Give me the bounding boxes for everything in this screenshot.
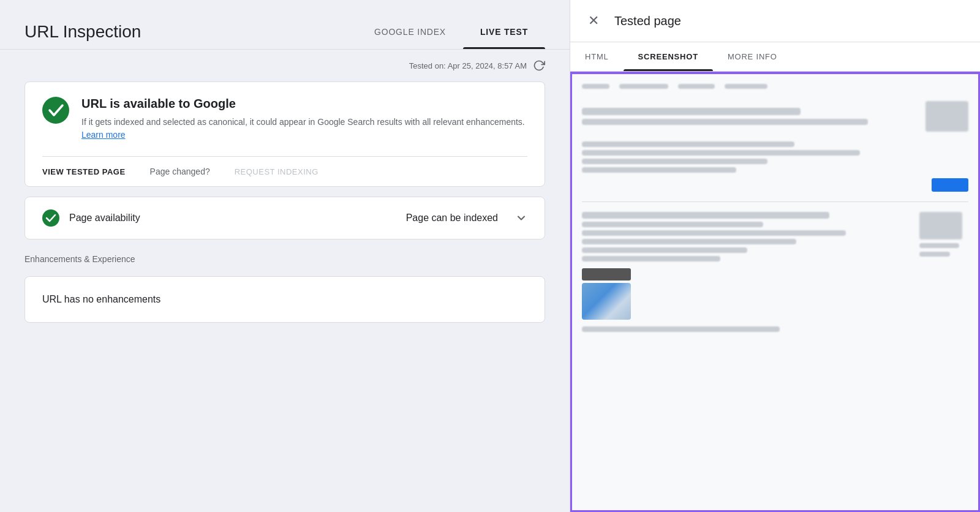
screenshot-row-3 (582, 212, 968, 332)
status-text-block: URL is available to Google If it gets in… (81, 97, 527, 141)
enhancements-section-label: Enhancements & Experience (24, 249, 545, 266)
view-tested-page-button[interactable]: VIEW TESTED PAGE (42, 167, 126, 176)
blur-content (582, 247, 747, 253)
screenshot-row-1 (582, 101, 968, 132)
main-tabs: GOOGLE INDEX LIVE TEST (357, 15, 545, 49)
tab-screenshot[interactable]: SCREENSHOT (624, 42, 713, 71)
left-panel: URL Inspection GOOGLE INDEX LIVE TEST Te… (0, 0, 570, 512)
blur-content (582, 150, 860, 156)
blur-content (582, 256, 720, 262)
availability-label: Page availability (69, 213, 396, 224)
chevron-down-icon[interactable] (515, 212, 527, 224)
blur-thumbnail (925, 101, 968, 132)
blur-side-thumb (919, 212, 962, 239)
screenshot-content (572, 74, 978, 510)
request-indexing-button[interactable]: REQUEST INDEXING (235, 167, 318, 176)
tab-more-info[interactable]: MORE INFO (713, 42, 792, 71)
screenshot-frame (570, 72, 980, 512)
right-panel: ✕ Tested page HTML SCREENSHOT MORE INFO (570, 0, 980, 512)
right-title: Tested page (614, 14, 681, 28)
left-header: URL Inspection GOOGLE INDEX LIVE TEST (0, 0, 570, 49)
blur-nav-item (678, 84, 715, 89)
blur-nav-item (725, 84, 767, 89)
tab-live-test[interactable]: LIVE TEST (463, 15, 545, 49)
blur-content (582, 230, 846, 236)
tab-html[interactable]: HTML (570, 42, 624, 71)
learn-more-link[interactable]: Learn more (81, 130, 126, 140)
right-tabs: HTML SCREENSHOT MORE INFO (570, 42, 980, 72)
blur-content (582, 326, 780, 332)
availability-status: Page can be indexed (406, 213, 498, 224)
blur-content (582, 239, 796, 244)
status-card-bottom: VIEW TESTED PAGE Page changed? REQUEST I… (25, 157, 545, 186)
enhancements-card: URL has no enhancements (24, 276, 545, 323)
screenshot-row-2 (582, 141, 968, 192)
svg-point-0 (42, 97, 69, 124)
blur-nav-item (619, 84, 668, 89)
blur-content (582, 141, 794, 147)
page-title: URL Inspection (24, 22, 357, 42)
status-title: URL is available to Google (81, 97, 527, 111)
screenshot-dark-element (582, 268, 631, 280)
blur-content (582, 119, 868, 125)
status-desc: If it gets indexed and selected as canon… (81, 116, 527, 141)
blur-content (919, 243, 959, 248)
availability-card[interactable]: Page availability Page can be indexed (24, 197, 545, 239)
left-content: URL is available to Google If it gets in… (0, 81, 570, 347)
svg-point-1 (42, 209, 59, 227)
page-changed-label: Page changed? (150, 167, 210, 176)
screenshot-divider (582, 201, 968, 202)
screenshot-blue-button (932, 178, 968, 192)
refresh-icon[interactable] (533, 59, 545, 72)
close-button[interactable]: ✕ (585, 12, 602, 29)
screenshot-row-btn (582, 178, 968, 192)
tested-on-text: Tested on: Apr 25, 2024, 8:57 AM (409, 61, 527, 70)
blur-content (919, 252, 950, 257)
screenshot-nav (582, 84, 968, 89)
screenshot-image (582, 283, 631, 320)
tested-on-bar: Tested on: Apr 25, 2024, 8:57 AM (0, 50, 570, 81)
enhancements-text: URL has no enhancements (42, 294, 160, 304)
blur-nav-item (582, 84, 609, 89)
status-card-top: URL is available to Google If it gets in… (25, 82, 545, 156)
tab-google-index[interactable]: GOOGLE INDEX (357, 15, 463, 49)
availability-check-icon (42, 209, 59, 227)
blur-content (582, 167, 736, 173)
blur-content (582, 159, 767, 164)
green-check-icon (42, 97, 69, 124)
status-card: URL is available to Google If it gets in… (24, 81, 545, 187)
right-header: ✕ Tested page (570, 0, 980, 42)
blur-content (582, 108, 801, 115)
blur-content (582, 222, 763, 227)
blur-content (582, 212, 829, 219)
